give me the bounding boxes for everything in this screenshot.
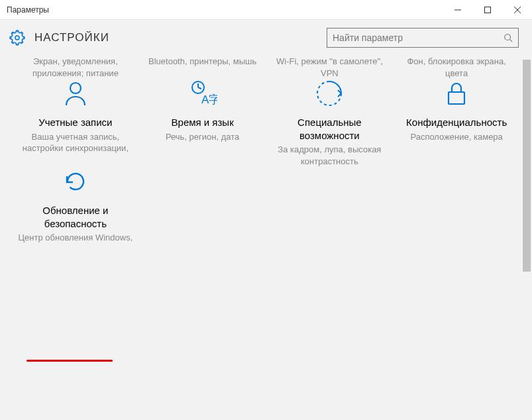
gear-icon: [9, 30, 25, 46]
tile-personalization[interactable]: Фон, блокировка экрана, цвета: [394, 56, 519, 79]
close-button[interactable]: [502, 0, 532, 20]
tile-title: Специальные возможности: [270, 116, 390, 142]
minimize-button[interactable]: [443, 0, 472, 20]
maximize-button[interactable]: [472, 0, 502, 20]
tiles-row-2: Учетные записи Ваша учетная запись, наст…: [13, 79, 519, 167]
tile-title: Учетные записи: [16, 116, 135, 129]
tile-time-language[interactable]: A字 Время и язык Речь, регион, дата: [140, 79, 265, 167]
tiles-row-partial: Экран, уведомления, приложения; питание …: [13, 56, 519, 79]
tile-desc: Wi-Fi, режим "в самолете", VPN: [270, 56, 390, 79]
tile-title: Обновление и безопасность: [16, 204, 135, 230]
svg-point-4: [15, 36, 19, 40]
lock-icon: [442, 79, 471, 108]
tile-desc: Фон, блокировка экрана, цвета: [397, 56, 516, 79]
tiles-row-3: Обновление и безопасность Центр обновлен…: [13, 167, 519, 244]
tile-devices[interactable]: Bluetooth, принтеры, мышь: [140, 56, 265, 79]
tile-title: Время и язык: [143, 116, 262, 129]
window-controls: [443, 0, 532, 20]
svg-rect-12: [449, 92, 464, 104]
tile-desc: Центр обновления Windows,: [16, 232, 135, 244]
svg-line-10: [198, 87, 201, 89]
update-icon: [61, 167, 90, 196]
scrollbar-thumb[interactable]: [523, 60, 531, 272]
tile-privacy[interactable]: Конфиденциальность Расположение, камера: [394, 79, 519, 167]
tile-desc: Речь, регион, дата: [143, 131, 262, 143]
tile-accounts[interactable]: Учетные записи Ваша учетная запись, наст…: [13, 79, 138, 167]
person-icon: [61, 79, 90, 108]
tile-desc: Ваша учетная запись, настройки синхрониз…: [16, 131, 135, 154]
annotation-underline: [27, 360, 113, 362]
tile-ease-of-access[interactable]: Специальные возможности За кадром, лупа,…: [268, 79, 392, 167]
tile-title: Конфиденциальность: [397, 116, 516, 129]
svg-line-6: [510, 40, 513, 42]
tile-system[interactable]: Экран, уведомления, приложения; питание: [13, 56, 138, 79]
content-area: Экран, уведомления, приложения; питание …: [0, 56, 532, 420]
search-input[interactable]: [333, 32, 504, 43]
svg-rect-1: [484, 7, 490, 13]
svg-point-5: [505, 34, 511, 40]
window-title: Параметры: [7, 5, 443, 15]
tile-network[interactable]: Wi-Fi, режим "в самолете", VPN: [268, 56, 392, 79]
header: НАСТРОЙКИ: [0, 20, 532, 56]
tile-desc: За кадром, лупа, высокая контрастность: [270, 144, 390, 167]
titlebar: Параметры: [0, 0, 532, 20]
tile-desc: Расположение, камера: [397, 131, 516, 143]
tile-desc: Bluetooth, принтеры, мышь: [143, 56, 262, 68]
time-language-icon: A字: [188, 79, 217, 108]
page-title: НАСТРОЙКИ: [34, 31, 109, 44]
svg-point-7: [70, 83, 81, 93]
svg-text:A字: A字: [201, 93, 217, 106]
tile-update-security[interactable]: Обновление и безопасность Центр обновлен…: [13, 167, 138, 244]
search-icon: [504, 33, 513, 42]
tile-desc: Экран, уведомления, приложения; питание: [16, 56, 135, 79]
ease-of-access-icon: [315, 79, 344, 108]
search-box[interactable]: [327, 28, 519, 48]
scrollbar[interactable]: [521, 20, 532, 420]
